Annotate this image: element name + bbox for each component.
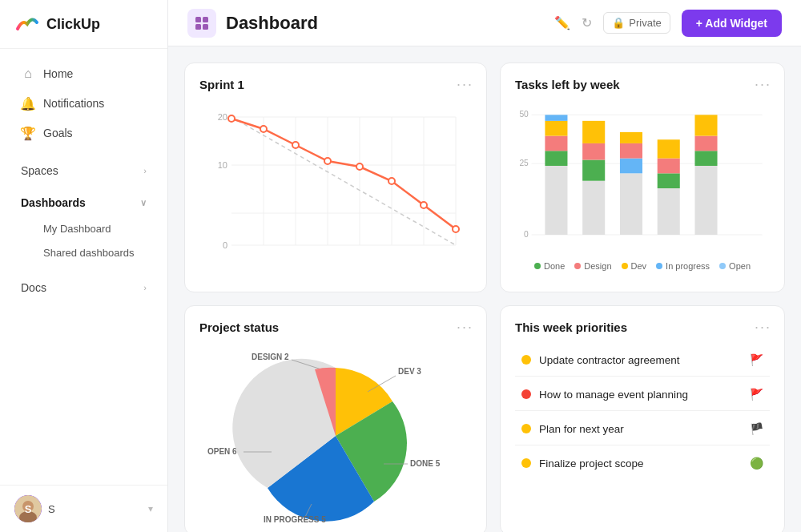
svg-text:DESIGN 2: DESIGN 2 [252, 353, 289, 361]
in-progress-label: In progress [666, 261, 710, 271]
legend-in-progress: In progress [656, 261, 710, 271]
design-dot [574, 263, 581, 269]
priority-flag-3: 🏴 [750, 422, 763, 435]
refresh-icon[interactable]: ↻ [582, 15, 592, 30]
svg-rect-4 [203, 17, 208, 22]
priority-item-1: Update contractor agreement 🚩 [515, 344, 770, 377]
design-label: Design [584, 261, 611, 271]
priority-item-3: Plan for next year 🏴 [515, 413, 770, 445]
bell-icon: 🔔 [21, 96, 35, 111]
svg-point-25 [324, 158, 331, 164]
avatar-initial: S [25, 503, 32, 515]
svg-point-27 [388, 178, 395, 184]
sidebar-item-docs[interactable]: Docs › [6, 274, 161, 301]
sidebar-item-notifications-label: Notifications [43, 97, 104, 110]
user-avatar[interactable]: S [14, 495, 42, 522]
sidebar-item-spaces[interactable]: Spaces › [6, 157, 161, 184]
svg-point-23 [260, 126, 267, 132]
priority-item-3-text: Plan for next year [539, 423, 624, 435]
svg-rect-49 [620, 132, 642, 143]
legend-design: Design [574, 261, 611, 271]
my-dashboard-label: My Dashboard [43, 223, 111, 235]
priority-item-4: Finalize project scope 🟢 [515, 447, 770, 479]
svg-rect-40 [545, 121, 567, 136]
sprint-chart: 20 10 0 [199, 101, 472, 261]
sidebar-footer: S S ▾ [0, 485, 167, 532]
svg-text:20: 20 [218, 112, 227, 122]
priority-item-3-left: Plan for next year [521, 423, 624, 435]
edit-icon[interactable]: ✏️ [554, 15, 570, 30]
pie-chart: DEV 3 DONE 5 IN PROGRESS 5 OPEN 6 DESIGN… [199, 344, 472, 520]
svg-text:OPEN 6: OPEN 6 [207, 447, 237, 456]
priority-item-4-left: Finalize project scope [521, 457, 644, 470]
username: S [48, 503, 142, 515]
svg-rect-5 [195, 24, 201, 30]
svg-point-29 [453, 226, 459, 232]
dashboard-grid: Sprint 1 ··· 2 [168, 46, 801, 532]
tasks-widget-menu[interactable]: ··· [755, 76, 771, 93]
priorities-widget: This week priorities ··· Update contract… [500, 305, 785, 532]
goals-icon: 🏆 [21, 126, 35, 140]
priorities-widget-menu[interactable]: ··· [755, 319, 771, 336]
pie-chart-svg: DEV 3 DONE 5 IN PROGRESS 5 OPEN 6 DESIGN… [199, 340, 472, 524]
page-title: Dashboard [226, 13, 545, 34]
bar-chart-legend: Done Design Dev In progress [515, 261, 770, 271]
svg-rect-55 [694, 151, 717, 166]
sidebar-item-dashboards[interactable]: Dashboards ∨ [6, 189, 161, 216]
shared-dashboards-label: Shared dashboards [43, 247, 134, 259]
project-status-widget: Project status ··· DEV 3 [184, 305, 487, 532]
svg-rect-46 [620, 173, 642, 235]
priority-item-2: How to manage event planning 🚩 [515, 378, 770, 411]
svg-point-22 [228, 115, 235, 122]
priority-dot-3 [521, 424, 531, 433]
svg-rect-54 [694, 166, 717, 235]
sidebar-item-home[interactable]: ⌂ Home [6, 59, 161, 88]
sidebar-nav: ⌂ Home 🔔 Notifications 🏆 Goals Spaces › … [0, 49, 167, 485]
svg-rect-42 [582, 181, 605, 235]
sprint-widget-title: Sprint 1 [199, 78, 472, 91]
priority-item-1-left: Update contractor agreement [521, 354, 680, 366]
priority-flag-2: 🚩 [750, 388, 763, 401]
grid-icon [194, 15, 210, 31]
svg-rect-41 [545, 115, 567, 120]
burndown-chart-svg: 20 10 0 [199, 101, 472, 261]
add-widget-button[interactable]: + Add Widget [682, 10, 782, 37]
user-menu-icon[interactable]: ▾ [148, 503, 153, 514]
priority-dot-1 [521, 355, 531, 365]
svg-rect-3 [195, 17, 201, 22]
private-label: Private [629, 17, 661, 29]
dashboard-grid-icon [187, 9, 216, 38]
svg-point-26 [356, 163, 363, 170]
done-label: Done [544, 261, 565, 271]
project-status-menu[interactable]: ··· [457, 319, 473, 336]
priorities-widget-title: This week priorities [515, 320, 770, 334]
svg-text:50: 50 [519, 110, 529, 119]
sidebar-item-home-label: Home [43, 67, 73, 80]
svg-text:0: 0 [524, 230, 529, 239]
sprint-widget-menu[interactable]: ··· [457, 76, 473, 93]
legend-open: Open [719, 261, 751, 271]
chevron-down-icon: ∨ [140, 198, 147, 208]
priority-item-2-left: How to manage event planning [521, 389, 688, 401]
sidebar-item-goals[interactable]: 🏆 Goals [6, 119, 161, 147]
svg-rect-53 [658, 139, 680, 158]
sprint-widget: Sprint 1 ··· 2 [184, 62, 487, 292]
open-label: Open [729, 261, 751, 271]
dev-dot [622, 263, 628, 269]
private-badge[interactable]: 🔒 Private [603, 12, 670, 34]
svg-point-28 [421, 202, 427, 208]
project-status-title: Project status [199, 320, 472, 334]
svg-rect-43 [582, 159, 605, 180]
dashboards-label: Dashboards [21, 196, 86, 209]
svg-rect-37 [545, 166, 567, 235]
svg-point-24 [292, 142, 299, 148]
sidebar-item-shared-dashboards[interactable]: Shared dashboards [6, 241, 161, 264]
header: Dashboard ✏️ ↻ 🔒 Private + Add Widget [168, 0, 801, 46]
sidebar-item-notifications[interactable]: 🔔 Notifications [6, 89, 161, 118]
svg-rect-47 [620, 159, 642, 174]
legend-done: Done [534, 261, 565, 271]
priority-flag-1: 🚩 [750, 353, 763, 366]
sidebar-item-my-dashboard[interactable]: My Dashboard [6, 217, 161, 240]
priority-item-4-text: Finalize project scope [539, 457, 644, 470]
priority-item-2-text: How to manage event planning [539, 389, 688, 401]
